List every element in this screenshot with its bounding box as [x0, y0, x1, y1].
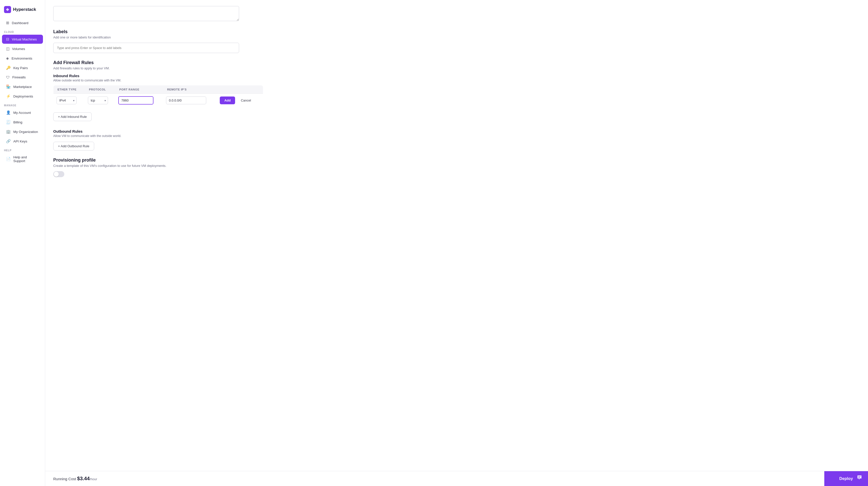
help-icon: 📄 [6, 157, 11, 161]
environments-icon: ◈ [6, 56, 9, 61]
sidebar-item-environments[interactable]: ◈ Environments [2, 54, 43, 63]
outbound-title: Outbound Rules [53, 129, 263, 133]
sidebar-item-virtual-machines[interactable]: ⊟ Virtual Machines [2, 35, 43, 44]
vm-description-textarea[interactable] [53, 6, 239, 21]
ether-type-select[interactable]: IPv4 IPv6 [57, 96, 76, 104]
sidebar-label-volumes: Volumes [12, 47, 25, 51]
billing-icon: 🧾 [6, 120, 11, 124]
marketplace-icon: 🏪 [6, 85, 11, 89]
outbound-subtitle: Allow VM to communicate with the outside… [53, 134, 263, 138]
logo-icon [4, 6, 11, 13]
remote-ips-cell [163, 94, 217, 107]
inbound-rules-section: Inbound Rules Allow outside world to com… [53, 73, 263, 121]
protocol-select[interactable]: tcp udp icmp any [88, 96, 108, 104]
provisioning-toggle[interactable] [53, 171, 64, 177]
firewalls-icon: 🛡 [6, 75, 10, 80]
sidebar-label-billing: Billing [13, 120, 22, 124]
manage-section-label: MANAGE [0, 101, 45, 108]
running-cost-display: Running Cost $3.44/hour [53, 476, 97, 482]
inbound-subtitle: Allow outside world to communicate with … [53, 79, 263, 82]
add-outbound-rule-button[interactable]: + Add Outbound Rule [53, 142, 94, 151]
ether-type-select-wrap: IPv4 IPv6 [57, 96, 76, 104]
app-logo: Hyperstack [0, 4, 45, 18]
ether-type-cell: IPv4 IPv6 [54, 94, 85, 107]
col-protocol: PROTOCOL [85, 86, 115, 94]
add-inbound-rule-button[interactable]: Add [220, 96, 235, 104]
cloud-section-label: CLOUD [0, 28, 45, 34]
volumes-icon: ◫ [6, 47, 9, 51]
api-keys-icon: 🔗 [6, 139, 11, 144]
chat-support-button[interactable] [854, 472, 865, 483]
sidebar-item-marketplace[interactable]: 🏪 Marketplace [2, 82, 43, 91]
vm-icon: ⊟ [6, 37, 9, 41]
sidebar-label-api-keys: API Keys [13, 140, 27, 143]
protocol-select-wrap: tcp udp icmp any [88, 96, 108, 104]
chat-icon [857, 475, 862, 480]
cost-per-hour: /hour [90, 477, 97, 481]
sidebar-label-my-organization: My Organization [13, 130, 38, 134]
sidebar-item-volumes[interactable]: ◫ Volumes [2, 44, 43, 53]
sidebar-label-firewalls: Firewalls [12, 75, 26, 79]
sidebar-label-environments: Environments [11, 57, 32, 60]
sidebar-label-key-pairs: Key Pairs [13, 66, 28, 70]
help-section-label: HELP [0, 146, 45, 153]
dashboard-icon: ⊞ [6, 21, 9, 25]
sidebar-label-help-and-support: Help and Support [13, 155, 39, 163]
firewall-subtitle: Add firewalls rules to apply to your VM. [53, 66, 263, 70]
inbound-rule-row: IPv4 IPv6 tcp udp [54, 94, 263, 107]
my-account-icon: 👤 [6, 110, 11, 115]
sidebar-item-help-and-support[interactable]: 📄 Help and Support [2, 153, 43, 165]
sidebar-item-key-pairs[interactable]: 🔑 Key Pairs [2, 63, 43, 72]
running-cost-label: Running Cost [53, 477, 76, 481]
port-range-input[interactable] [118, 96, 153, 104]
provisioning-title: Provisioning profile [53, 157, 263, 163]
svg-rect-1 [858, 477, 861, 477]
sidebar-label-deployments: Deployments [13, 94, 33, 98]
inbound-rules-table: ETHER TYPE PROTOCOL PORT RANGE REMOTE IP… [53, 85, 263, 107]
sidebar-label-my-account: My Account [13, 111, 31, 115]
firewall-section: Add Firewall Rules Add firewalls rules t… [53, 60, 263, 151]
main-content: Labels Add one or more labels for identi… [45, 0, 868, 486]
action-buttons-cell: Add Cancel [217, 94, 263, 107]
sidebar-item-firewalls[interactable]: 🛡 Firewalls [2, 73, 43, 82]
col-actions [217, 86, 263, 94]
provisioning-section: Provisioning profile Create a template o… [53, 157, 263, 177]
labels-title: Labels [53, 29, 263, 34]
my-organization-icon: 🏢 [6, 129, 11, 134]
cost-value: $3.44 [77, 476, 90, 481]
provisioning-subtitle: Create a template of this VM's configura… [53, 164, 263, 168]
firewall-title: Add Firewall Rules [53, 60, 263, 65]
add-inbound-rule-link-button[interactable]: + Add Inbound Rule [53, 112, 92, 121]
sidebar-item-my-organization[interactable]: 🏢 My Organization [2, 127, 43, 136]
sidebar-item-api-keys[interactable]: 🔗 API Keys [2, 137, 43, 146]
sidebar-label-virtual-machines: Virtual Machines [12, 37, 37, 41]
port-range-cell [115, 94, 163, 107]
labels-input[interactable] [53, 43, 239, 53]
key-pairs-icon: 🔑 [6, 66, 11, 70]
footer-bar: Running Cost $3.44/hour Deploy [45, 471, 868, 486]
col-remote-ips: REMOTE IP'S [163, 86, 217, 94]
remote-ip-input[interactable] [166, 96, 206, 104]
labels-subtitle: Add one or more labels for identificatio… [53, 35, 263, 39]
sidebar-item-billing[interactable]: 🧾 Billing [2, 118, 43, 127]
sidebar-item-my-account[interactable]: 👤 My Account [2, 108, 43, 117]
sidebar: Hyperstack ⊞ Dashboard CLOUD ⊟ Virtual M… [0, 0, 45, 486]
col-port-range: PORT RANGE [115, 86, 163, 94]
svg-rect-2 [858, 477, 860, 478]
sidebar-item-dashboard[interactable]: ⊞ Dashboard [2, 18, 43, 27]
col-ether-type: ETHER TYPE [54, 86, 85, 94]
protocol-cell: tcp udp icmp any [85, 94, 115, 107]
inbound-title: Inbound Rules [53, 73, 263, 78]
labels-section: Labels Add one or more labels for identi… [53, 29, 263, 53]
cancel-inbound-rule-button[interactable]: Cancel [238, 96, 253, 104]
sidebar-label-dashboard: Dashboard [12, 21, 28, 25]
app-name: Hyperstack [13, 7, 36, 12]
deployments-icon: ⚡ [6, 94, 11, 98]
outbound-rules-section: Outbound Rules Allow VM to communicate w… [53, 129, 263, 151]
sidebar-label-marketplace: Marketplace [13, 85, 32, 89]
sidebar-item-deployments[interactable]: ⚡ Deployments [2, 92, 43, 101]
